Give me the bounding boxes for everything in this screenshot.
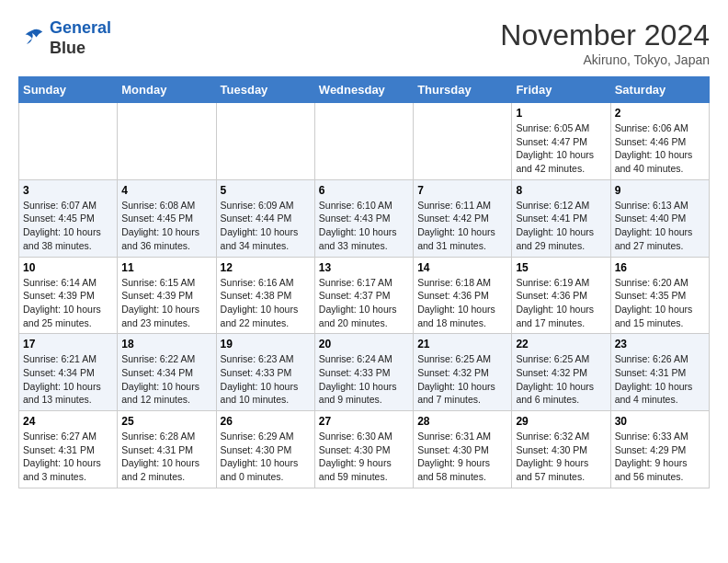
day-number: 26 (221, 415, 311, 428)
day-number: 1 (516, 107, 606, 120)
day-info: Sunrise: 6:27 AMSunset: 4:31 PMDaylight:… (23, 430, 113, 484)
calendar-cell: 9Sunrise: 6:13 AMSunset: 4:40 PMDaylight… (610, 179, 709, 257)
weekday-header: Monday (118, 77, 216, 103)
day-number: 5 (221, 184, 311, 197)
day-number: 14 (417, 261, 507, 274)
calendar-cell (314, 103, 413, 180)
logo: General Blue (18, 18, 111, 58)
day-info: Sunrise: 6:22 AMSunset: 4:34 PMDaylight:… (121, 352, 211, 407)
day-info: Sunrise: 6:33 AMSunset: 4:29 PMDaylight:… (615, 430, 705, 484)
calendar-cell: 13Sunrise: 6:17 AMSunset: 4:37 PMDayligh… (314, 257, 413, 334)
day-info: Sunrise: 6:10 AMSunset: 4:43 PMDaylight:… (319, 199, 409, 253)
day-info: Sunrise: 6:07 AMSunset: 4:45 PMDaylight:… (23, 199, 113, 253)
day-info: Sunrise: 6:09 AMSunset: 4:44 PMDaylight:… (221, 199, 311, 253)
calendar-cell: 8Sunrise: 6:12 AMSunset: 4:41 PMDaylight… (512, 179, 610, 257)
day-number: 20 (319, 338, 409, 350)
day-number: 6 (319, 184, 409, 197)
calendar-cell: 10Sunrise: 6:14 AMSunset: 4:39 PMDayligh… (19, 257, 118, 334)
calendar-cell: 27Sunrise: 6:30 AMSunset: 4:30 PMDayligh… (314, 411, 413, 488)
weekday-header: Thursday (414, 77, 512, 103)
calendar-cell: 6Sunrise: 6:10 AMSunset: 4:43 PMDaylight… (314, 179, 413, 257)
day-info: Sunrise: 6:17 AMSunset: 4:37 PMDaylight:… (319, 276, 409, 330)
calendar-cell: 4Sunrise: 6:08 AMSunset: 4:45 PMDaylight… (118, 179, 216, 257)
day-number: 10 (23, 261, 113, 274)
calendar-cell (118, 103, 216, 180)
day-info: Sunrise: 6:16 AMSunset: 4:38 PMDaylight:… (221, 276, 311, 330)
day-number: 30 (615, 415, 705, 428)
day-number: 7 (417, 184, 507, 197)
weekday-header: Friday (512, 77, 610, 103)
day-number: 29 (516, 415, 606, 428)
weekday-header: Sunday (19, 77, 118, 103)
calendar-cell: 12Sunrise: 6:16 AMSunset: 4:38 PMDayligh… (216, 257, 314, 334)
day-info: Sunrise: 6:23 AMSunset: 4:33 PMDaylight:… (221, 352, 311, 407)
calendar-cell: 1Sunrise: 6:05 AMSunset: 4:47 PMDaylight… (512, 103, 610, 180)
month-title: November 2024 (500, 18, 710, 52)
page-header: General Blue November 2024 Akiruno, Toky… (18, 18, 710, 67)
day-number: 2 (615, 107, 705, 120)
day-info: Sunrise: 6:24 AMSunset: 4:33 PMDaylight:… (319, 352, 409, 407)
day-number: 8 (516, 184, 606, 197)
day-info: Sunrise: 6:13 AMSunset: 4:40 PMDaylight:… (615, 199, 705, 253)
day-info: Sunrise: 6:05 AMSunset: 4:47 PMDaylight:… (516, 121, 606, 176)
calendar-cell (414, 103, 512, 180)
calendar-cell: 18Sunrise: 6:22 AMSunset: 4:34 PMDayligh… (118, 334, 216, 411)
day-number: 15 (516, 261, 606, 274)
day-info: Sunrise: 6:14 AMSunset: 4:39 PMDaylight:… (23, 276, 113, 330)
day-number: 17 (23, 338, 113, 350)
calendar-cell: 21Sunrise: 6:25 AMSunset: 4:32 PMDayligh… (414, 334, 512, 411)
day-info: Sunrise: 6:19 AMSunset: 4:36 PMDaylight:… (516, 276, 606, 330)
day-info: Sunrise: 6:29 AMSunset: 4:30 PMDaylight:… (221, 430, 311, 484)
day-info: Sunrise: 6:15 AMSunset: 4:39 PMDaylight:… (121, 276, 211, 330)
calendar-cell: 11Sunrise: 6:15 AMSunset: 4:39 PMDayligh… (118, 257, 216, 334)
logo-text: General Blue (50, 18, 111, 58)
calendar-cell: 23Sunrise: 6:26 AMSunset: 4:31 PMDayligh… (610, 334, 709, 411)
day-number: 21 (417, 338, 507, 350)
calendar-cell (19, 103, 118, 180)
calendar-cell: 14Sunrise: 6:18 AMSunset: 4:36 PMDayligh… (414, 257, 512, 334)
calendar-cell: 5Sunrise: 6:09 AMSunset: 4:44 PMDaylight… (216, 179, 314, 257)
day-number: 25 (121, 415, 211, 428)
day-number: 22 (516, 338, 606, 350)
day-number: 9 (615, 184, 705, 197)
calendar-cell: 16Sunrise: 6:20 AMSunset: 4:35 PMDayligh… (610, 257, 709, 334)
calendar-cell: 22Sunrise: 6:25 AMSunset: 4:32 PMDayligh… (512, 334, 610, 411)
calendar-cell: 19Sunrise: 6:23 AMSunset: 4:33 PMDayligh… (216, 334, 314, 411)
logo-icon (18, 25, 46, 52)
calendar-cell: 20Sunrise: 6:24 AMSunset: 4:33 PMDayligh… (314, 334, 413, 411)
calendar-cell: 30Sunrise: 6:33 AMSunset: 4:29 PMDayligh… (610, 411, 709, 488)
calendar-cell: 2Sunrise: 6:06 AMSunset: 4:46 PMDaylight… (610, 103, 709, 180)
day-number: 23 (615, 338, 705, 350)
day-number: 11 (121, 261, 211, 274)
day-number: 12 (221, 261, 311, 274)
calendar-cell: 25Sunrise: 6:28 AMSunset: 4:31 PMDayligh… (118, 411, 216, 488)
day-number: 27 (319, 415, 409, 428)
title-block: November 2024 Akiruno, Tokyo, Japan (500, 18, 710, 67)
day-info: Sunrise: 6:28 AMSunset: 4:31 PMDaylight:… (121, 430, 211, 484)
calendar-cell (216, 103, 314, 180)
day-info: Sunrise: 6:32 AMSunset: 4:30 PMDaylight:… (516, 430, 606, 484)
calendar-cell: 15Sunrise: 6:19 AMSunset: 4:36 PMDayligh… (512, 257, 610, 334)
day-info: Sunrise: 6:26 AMSunset: 4:31 PMDaylight:… (615, 352, 705, 407)
day-number: 19 (221, 338, 311, 350)
day-number: 3 (23, 184, 113, 197)
day-info: Sunrise: 6:30 AMSunset: 4:30 PMDaylight:… (319, 430, 409, 484)
day-number: 16 (615, 261, 705, 274)
day-info: Sunrise: 6:25 AMSunset: 4:32 PMDaylight:… (516, 352, 606, 407)
calendar-cell: 29Sunrise: 6:32 AMSunset: 4:30 PMDayligh… (512, 411, 610, 488)
weekday-header: Wednesday (314, 77, 413, 103)
weekday-header: Tuesday (216, 77, 314, 103)
calendar-cell: 24Sunrise: 6:27 AMSunset: 4:31 PMDayligh… (19, 411, 118, 488)
calendar-cell: 3Sunrise: 6:07 AMSunset: 4:45 PMDaylight… (19, 179, 118, 257)
calendar-cell: 17Sunrise: 6:21 AMSunset: 4:34 PMDayligh… (19, 334, 118, 411)
day-info: Sunrise: 6:31 AMSunset: 4:30 PMDaylight:… (417, 430, 507, 484)
day-info: Sunrise: 6:18 AMSunset: 4:36 PMDaylight:… (417, 276, 507, 330)
location: Akiruno, Tokyo, Japan (500, 52, 710, 67)
day-info: Sunrise: 6:20 AMSunset: 4:35 PMDaylight:… (615, 276, 705, 330)
weekday-header: Saturday (610, 77, 709, 103)
day-info: Sunrise: 6:06 AMSunset: 4:46 PMDaylight:… (615, 121, 705, 176)
day-info: Sunrise: 6:08 AMSunset: 4:45 PMDaylight:… (121, 199, 211, 253)
day-number: 24 (23, 415, 113, 428)
day-number: 28 (417, 415, 507, 428)
calendar: SundayMondayTuesdayWednesdayThursdayFrid… (18, 76, 710, 488)
